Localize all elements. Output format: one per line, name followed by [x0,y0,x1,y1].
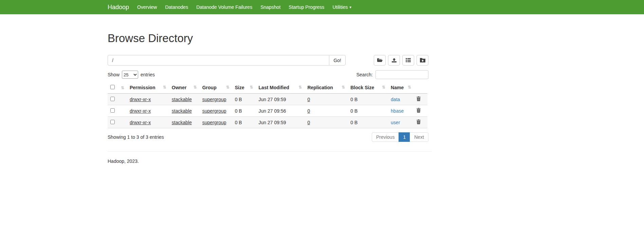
column-header-last-modified[interactable]: Last Modified ⇅ [256,83,305,94]
directory-link[interactable]: hbase [391,108,404,114]
entries-label: entries [141,72,155,77]
nav-item-datanode-volume-failures[interactable]: Datanode Volume Failures [192,4,256,10]
owner-value[interactable]: stackable [172,97,192,102]
block-size-cell: 0 B [348,94,388,105]
pagination-previous[interactable]: Previous [372,132,399,142]
table-header-row: ⇅ Permission ⇅ Owner ⇅ Group ⇅ Size ⇅ [108,83,427,94]
table-row: drwxr-xr-x stackable supergroup 0 B Jun … [108,105,427,117]
permission-cell: drwxr-xr-x [127,117,169,128]
select-all-header[interactable]: ⇅ [108,83,127,94]
actions-cell [414,94,427,105]
nav-item-startup-progress[interactable]: Startup Progress [284,4,328,10]
size-cell: 0 B [232,105,256,117]
last-modified-cell: Jun 27 09:59 [256,117,305,128]
sort-icon: ⇅ [382,85,385,90]
pagination-page-1[interactable]: 1 [399,132,410,142]
sort-icon: ⇅ [163,85,166,90]
nav-item-overview[interactable]: Overview [133,4,161,10]
owner-cell: stackable [169,105,200,117]
owner-cell: stackable [169,94,200,105]
pagination-next[interactable]: Next [410,132,428,142]
delete-button[interactable] [417,119,421,124]
column-header-actions [414,83,427,94]
row-checkbox[interactable] [110,97,115,101]
directory-path-input[interactable] [108,55,329,65]
sort-icon: ⇅ [342,85,345,90]
upload-button[interactable] [388,55,400,65]
directory-table: ⇅ Permission ⇅ Owner ⇅ Group ⇅ Size ⇅ [108,83,427,128]
nav-item-snapshot[interactable]: Snapshot [256,4,284,10]
block-size-cell: 0 B [348,105,388,117]
trash-icon [417,108,421,113]
group-value[interactable]: supergroup [202,120,226,125]
column-header-group[interactable]: Group ⇅ [200,83,232,94]
permission-value[interactable]: drwxr-xr-x [130,97,151,102]
footer-divider [108,151,432,152]
row-checkbox[interactable] [110,120,115,124]
owner-cell: stackable [169,117,200,128]
replication-cell: 0 [305,94,348,105]
actions-cell [414,117,427,128]
search-control: Search: [356,70,428,79]
sort-icon: ⇅ [226,85,229,90]
select-all-checkbox[interactable] [110,85,115,89]
nav-item-datanodes[interactable]: Datanodes [161,4,192,10]
search-input[interactable] [375,70,428,79]
permission-value[interactable]: drwxr-xr-x [130,108,151,114]
column-label: Replication [307,85,333,90]
row-select-cell [108,105,127,117]
last-modified-cell: Jun 27 09:56 [256,105,305,117]
directory-toolbar [374,55,428,65]
upload-icon [392,58,397,62]
owner-value[interactable]: stackable [172,120,192,125]
last-modified-cell: Jun 27 09:59 [256,94,305,105]
pagination: Previous 1 Next [372,132,428,142]
column-header-permission[interactable]: Permission ⇅ [127,83,169,94]
row-select-cell [108,94,127,105]
trash-icon [417,119,421,124]
column-header-size[interactable]: Size ⇅ [232,83,256,94]
show-label: Show [108,72,119,77]
replication-value[interactable]: 0 [307,120,310,125]
column-label: Owner [172,85,187,90]
permission-cell: drwxr-xr-x [127,94,169,105]
column-label: Last Modified [259,85,289,90]
column-header-replication[interactable]: Replication ⇅ [305,83,348,94]
replication-value[interactable]: 0 [307,97,310,102]
column-header-block-size[interactable]: Block Size ⇅ [348,83,388,94]
nav-item-utilities-label: Utilities [332,4,348,10]
owner-value[interactable]: stackable [172,108,192,114]
folder-open-button[interactable] [374,55,386,65]
list-button[interactable] [402,55,414,65]
go-button[interactable]: Go! [329,55,346,65]
path-input-group: Go! [108,55,346,65]
directory-link[interactable]: user [391,120,400,125]
size-cell: 0 B [232,117,256,128]
folder-icon [420,58,425,62]
replication-value[interactable]: 0 [307,108,310,114]
table-info: Showing 1 to 3 of 3 entries [108,134,164,140]
actions-cell [414,105,427,117]
page-size-select[interactable]: 25 [122,71,138,79]
replication-cell: 0 [305,105,348,117]
column-header-name[interactable]: Name ⇅ [388,83,414,94]
group-cell: supergroup [200,105,232,117]
delete-button[interactable] [417,108,421,113]
column-header-owner[interactable]: Owner ⇅ [169,83,200,94]
delete-button[interactable] [417,96,421,101]
caret-down-icon: ▾ [350,5,352,9]
replication-cell: 0 [305,117,348,128]
size-cell: 0 B [232,94,256,105]
row-checkbox[interactable] [110,108,115,113]
search-label: Search: [356,72,373,77]
folder-button[interactable] [417,55,428,65]
sort-icon: ⇅ [408,85,411,90]
group-value[interactable]: supergroup [202,97,226,102]
table-row: drwxr-xr-x stackable supergroup 0 B Jun … [108,94,427,105]
permission-value[interactable]: drwxr-xr-x [130,120,151,125]
group-value[interactable]: supergroup [202,108,226,114]
column-label: Permission [130,85,155,90]
navbar-brand[interactable]: Hadoop [108,4,129,11]
directory-link[interactable]: data [391,97,400,102]
nav-item-utilities[interactable]: Utilities ▾ [328,4,355,10]
